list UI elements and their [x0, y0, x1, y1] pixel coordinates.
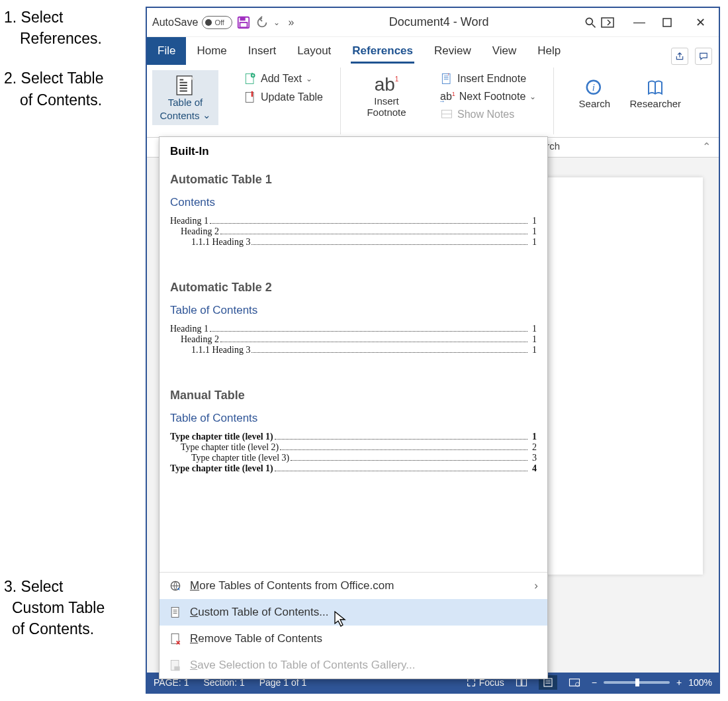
autosave-toggle[interactable]: AutoSave Off — [152, 16, 232, 29]
zoom-in-button[interactable]: + — [676, 677, 682, 688]
undo-icon[interactable] — [255, 15, 269, 30]
zoom-out-button[interactable]: − — [592, 677, 597, 688]
svg-rect-6 — [663, 19, 671, 26]
table-of-contents-button[interactable]: Table of Contents⌄ — [152, 70, 218, 125]
step1-line2: References. — [4, 28, 143, 49]
save-icon[interactable] — [236, 15, 251, 30]
remove-toc-label: Remove Table of Contents — [190, 632, 322, 645]
svg-rect-11 — [251, 91, 253, 97]
svg-rect-18 — [171, 608, 179, 618]
save-to-gallery-label: Save Selection to Table of Contents Gall… — [190, 659, 416, 672]
instruction-list: 1. Select References. 2. Select Table of… — [4, 7, 143, 129]
svg-rect-12 — [442, 74, 450, 84]
chevron-right-icon: › — [534, 579, 538, 592]
document-title: Document4 - Word — [298, 15, 580, 29]
tab-view[interactable]: View — [482, 37, 527, 65]
collapse-ribbon-icon[interactable]: ⌃ — [702, 140, 711, 153]
document-icon — [169, 606, 182, 619]
search-icon[interactable] — [584, 16, 597, 29]
maximize-icon[interactable] — [662, 17, 678, 28]
step2-line2: of Contents. — [4, 89, 143, 111]
toc-dropdown: Built-In Automatic Table 1 Contents Head… — [159, 136, 548, 679]
gallery-auto2[interactable]: Automatic Table 2 — [170, 281, 537, 295]
save-gallery-icon — [169, 659, 182, 672]
tab-insert[interactable]: Insert — [238, 37, 287, 65]
svg-rect-5 — [602, 18, 614, 27]
tab-layout[interactable]: Layout — [287, 37, 341, 65]
ribbon-tabs: File Home Insert Layout References Revie… — [147, 37, 719, 65]
save-to-gallery-item: Save Selection to Table of Contents Gall… — [159, 652, 547, 678]
gallery-manual[interactable]: Manual Table — [170, 389, 537, 402]
svg-rect-22 — [544, 678, 552, 686]
zoom-level[interactable]: 100% — [688, 677, 712, 688]
share-icon[interactable] — [671, 48, 688, 65]
tab-review[interactable]: Review — [424, 37, 482, 65]
zoom-slider[interactable] — [604, 681, 670, 684]
add-text-button[interactable]: Add Text⌄ — [244, 70, 312, 87]
remove-toc-item[interactable]: Remove Table of Contents — [159, 626, 547, 652]
insert-footnote-button[interactable]: ab1 Insert Footnote — [358, 70, 415, 122]
search-button[interactable]: i Search — [571, 74, 617, 113]
custom-toc-item[interactable]: Custom Table of Contents... — [159, 599, 547, 626]
tab-home[interactable]: Home — [186, 37, 237, 65]
tab-references[interactable]: References — [341, 37, 424, 65]
step1-line1: 1. Select — [4, 7, 143, 28]
svg-point-3 — [586, 18, 592, 24]
svg-text:i: i — [592, 82, 595, 93]
comments-icon[interactable] — [695, 48, 712, 65]
qat-more-icon[interactable]: » — [288, 17, 294, 28]
more-from-office-item[interactable]: More Tables of Contents from Office.com … — [159, 573, 547, 599]
autosave-label: AutoSave — [152, 17, 198, 28]
tab-file[interactable]: File — [147, 37, 186, 65]
researcher-button[interactable]: Researcher — [625, 74, 685, 113]
step3-line3: of Contents. — [4, 618, 105, 639]
chevron-down-icon: ⌄ — [203, 109, 211, 121]
auto2-contents-title: Table of Contents — [170, 304, 537, 317]
step3-line2: Custom Table — [4, 597, 105, 618]
web-layout-icon[interactable] — [565, 675, 584, 690]
gallery-auto1[interactable]: Automatic Table 1 — [170, 173, 537, 187]
svg-rect-2 — [240, 23, 248, 27]
close-icon[interactable]: ✕ — [692, 15, 708, 30]
svg-rect-21 — [174, 667, 179, 671]
update-table-button[interactable]: Update Table — [244, 89, 323, 106]
more-from-office-label: More Tables of Contents from Office.com — [190, 579, 394, 592]
dropdown-section-builtin: Built-In — [159, 137, 547, 164]
show-notes-button: Show Notes — [440, 106, 514, 123]
svg-line-4 — [592, 24, 596, 27]
word-window: AutoSave Off ⌄ » Document4 - Word — ✕ Fi… — [146, 7, 720, 694]
auto1-contents-title: Contents — [170, 196, 537, 209]
tab-help[interactable]: Help — [527, 37, 571, 65]
step2-line1: 2. Select Table — [4, 68, 143, 89]
custom-toc-label: Custom Table of Contents... — [190, 606, 328, 619]
ribbon: Table of Contents⌄ Add Text⌄ Update Tabl… — [147, 65, 719, 138]
next-footnote-button[interactable]: ab1→ Next Footnote⌄ — [440, 89, 536, 105]
undo-dropdown-icon[interactable]: ⌄ — [273, 18, 280, 27]
titlebar: AutoSave Off ⌄ » Document4 - Word — ✕ — [147, 8, 719, 37]
insert-endnote-button[interactable]: i Insert Endnote — [440, 70, 526, 87]
globe-icon — [169, 579, 182, 592]
svg-rect-1 — [240, 17, 246, 21]
ribbon-display-icon[interactable] — [601, 17, 617, 28]
minimize-icon[interactable]: — — [631, 15, 647, 29]
step3-line1: 3. Select — [4, 576, 105, 597]
manual-contents-title: Table of Contents — [170, 412, 537, 425]
remove-icon — [169, 632, 182, 645]
svg-text:i: i — [448, 72, 449, 76]
